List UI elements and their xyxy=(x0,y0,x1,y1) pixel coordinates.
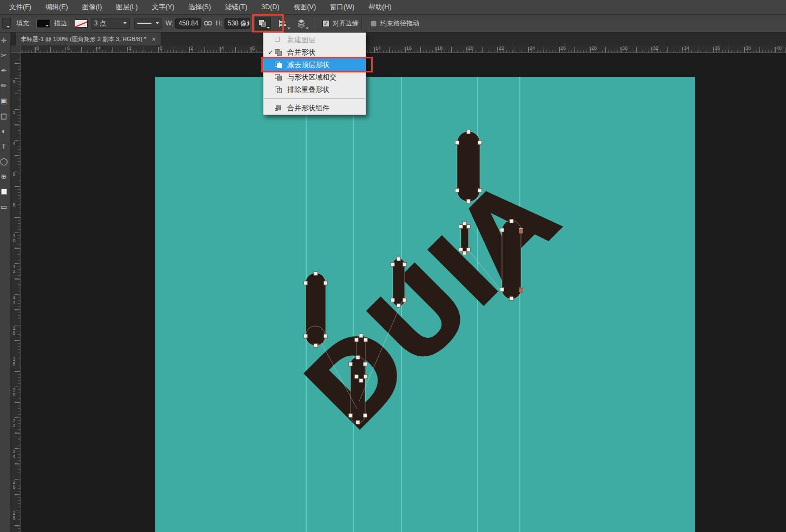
eyedropper-tool[interactable]: ✒ xyxy=(0,63,9,78)
anchor-point[interactable] xyxy=(463,251,467,255)
menu-item-6[interactable]: 滤镜(T) xyxy=(218,0,254,14)
menu-item-2[interactable]: 减去顶层形状 xyxy=(263,58,366,71)
anchor-point[interactable] xyxy=(455,189,459,192)
ruler-mark: 2 xyxy=(190,46,193,51)
close-icon[interactable]: × xyxy=(151,36,156,43)
anchor-point[interactable] xyxy=(397,257,401,261)
menu-item-0[interactable]: 文件(F) xyxy=(2,0,38,14)
clone-stamp-tool[interactable]: ▣ xyxy=(0,93,9,108)
anchor-point[interactable] xyxy=(519,230,523,234)
anchor-point[interactable] xyxy=(364,375,368,378)
stroke-swatch[interactable] xyxy=(71,15,88,32)
anchor-point[interactable] xyxy=(314,344,318,348)
anchor-point[interactable] xyxy=(324,334,328,338)
anchor-point[interactable] xyxy=(519,289,523,292)
anchor-point[interactable] xyxy=(355,375,359,378)
menu-item-7[interactable]: 3D(D) xyxy=(254,0,286,14)
anchor-point[interactable] xyxy=(391,298,395,302)
anchor-point[interactable] xyxy=(314,272,318,276)
anchor-point[interactable] xyxy=(478,189,482,192)
shape-height-field[interactable]: 538 像素 xyxy=(224,15,250,32)
anchor-point[interactable] xyxy=(455,141,459,145)
anchor-point[interactable] xyxy=(304,281,308,285)
link-dimensions-button[interactable] xyxy=(203,15,213,32)
brush-tool[interactable]: ✏ xyxy=(0,78,9,93)
anchor-point[interactable] xyxy=(500,288,504,291)
path-alignment-button[interactable] xyxy=(275,15,291,32)
anchor-point[interactable] xyxy=(356,356,360,360)
anchor-point[interactable] xyxy=(391,263,395,267)
path-arrangement-button[interactable] xyxy=(293,15,309,32)
menu-item-5[interactable]: 选择(S) xyxy=(181,0,218,14)
stroke-width-dropdown[interactable]: 3 点 xyxy=(91,15,130,32)
move-tool[interactable]: ✛ xyxy=(0,32,9,48)
anchor-point[interactable] xyxy=(403,298,407,302)
ellipse-tool[interactable]: ◯ xyxy=(0,154,9,169)
horizontal-ruler[interactable]: 8642024681012141618202224262830323436384… xyxy=(21,45,786,53)
chevron-down-icon xyxy=(123,22,127,24)
menu-item-1[interactable]: 编辑(E) xyxy=(38,0,75,14)
anchor-point[interactable] xyxy=(463,222,467,225)
anchor-point[interactable] xyxy=(324,281,328,285)
anchor-point[interactable] xyxy=(364,362,367,366)
anchor-point[interactable] xyxy=(349,362,353,366)
anchor-point[interactable] xyxy=(349,414,353,417)
anchor-point[interactable] xyxy=(467,200,471,203)
ruler-mark: 2 xyxy=(129,46,131,51)
menu-item-1[interactable]: ✓合并形状 xyxy=(263,46,366,58)
anchor-point[interactable] xyxy=(510,220,513,223)
anchor-point[interactable] xyxy=(359,379,363,383)
path-operations-button[interactable] xyxy=(255,15,271,32)
rounded-rect-shape[interactable] xyxy=(306,273,326,346)
menu-item-9[interactable]: 窗口(W) xyxy=(323,0,361,14)
menu-item-4[interactable]: 文字(Y) xyxy=(145,0,182,14)
width-label: W: xyxy=(166,15,173,32)
shape-width-value: 458.84 xyxy=(175,18,201,29)
anchor-point[interactable] xyxy=(356,421,360,424)
menu-item-10[interactable]: 帮助(H) xyxy=(361,0,398,14)
document-tab[interactable]: 未标题-1 @ 100% (圆角矩形 2 副本 3, RGB/8) * × xyxy=(15,32,161,45)
rounded-rect-shape[interactable] xyxy=(351,357,365,423)
anchor-point[interactable] xyxy=(467,248,471,252)
anchor-point[interactable] xyxy=(403,263,407,267)
menu-item-4[interactable]: 排除重叠形状 xyxy=(263,83,366,96)
anchor-point[interactable] xyxy=(500,228,504,232)
align-edges-checkbox[interactable]: ✓ 对齐边缘 xyxy=(322,15,359,32)
anchor-point[interactable] xyxy=(364,414,367,417)
anchor-point[interactable] xyxy=(459,248,463,252)
menu-item-3[interactable]: 与形状区域相交 xyxy=(263,71,366,83)
lasso-tool[interactable]: ✂ xyxy=(0,48,9,63)
shape-width-field[interactable]: 458.84 xyxy=(175,15,201,32)
menu-item-8[interactable]: 视图(V) xyxy=(286,0,323,14)
fill-swatch[interactable] xyxy=(34,15,50,32)
rounded-rect-shape[interactable] xyxy=(502,221,521,299)
anchor-point[interactable] xyxy=(478,141,482,145)
anchor-point[interactable] xyxy=(397,304,401,308)
screen-mode-tool[interactable]: ▭ xyxy=(0,199,9,214)
menu-item-3[interactable]: 图层(L) xyxy=(109,0,144,14)
menu-item-2[interactable]: 图像(I) xyxy=(75,0,109,14)
menu-item-6[interactable]: 合并形状组件 xyxy=(263,102,366,114)
anchor-point[interactable] xyxy=(467,225,471,229)
gradient-tool[interactable]: ▤ xyxy=(0,108,9,123)
type-tool[interactable]: T xyxy=(0,138,9,154)
anchor-point[interactable] xyxy=(359,334,363,338)
anchor-point[interactable] xyxy=(304,334,308,338)
anchor-point[interactable] xyxy=(459,225,463,229)
vertical-ruler[interactable]: 0246810121416182022242628 xyxy=(11,53,21,532)
anchor-point[interactable] xyxy=(355,338,359,342)
anchor-point[interactable] xyxy=(510,297,513,301)
constrain-path-drag-checkbox[interactable]: 约束路径拖动 xyxy=(370,15,419,32)
icon-front-square xyxy=(277,88,282,93)
tool-preset-picker[interactable] xyxy=(2,15,11,32)
zoom-tool[interactable]: ⊕ xyxy=(0,169,9,184)
blur-tool[interactable]: ◐ xyxy=(0,123,9,138)
color-swatch[interactable] xyxy=(0,184,9,199)
anchor-point[interactable] xyxy=(364,338,368,342)
stroke-style-dropdown[interactable] xyxy=(134,15,162,32)
ruler-origin-corner[interactable] xyxy=(11,45,21,53)
checkbox-unchecked-icon xyxy=(370,20,377,27)
anchor-point[interactable] xyxy=(467,130,471,134)
rounded-rect-shape[interactable] xyxy=(457,131,480,202)
merge-shape-components-icon xyxy=(275,104,283,112)
